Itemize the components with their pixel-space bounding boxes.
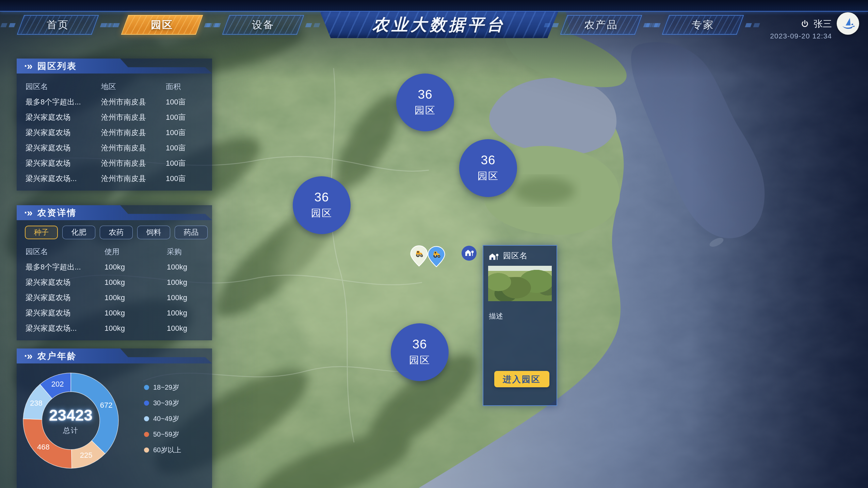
donut-value-label: 672 xyxy=(100,401,113,409)
legend-dot-icon xyxy=(144,416,149,421)
park-list-panel: 园区列表 园区名地区面积最多8个字超出...沧州市南皮县100亩梁兴家庭农场沧州… xyxy=(17,59,212,191)
marker-count: 36 xyxy=(314,190,329,205)
top-strip xyxy=(0,0,868,12)
table-cell: 采购 xyxy=(167,247,212,257)
table-cell: 100亩 xyxy=(166,174,212,184)
marker-label: 园区 xyxy=(311,207,332,220)
table-row[interactable]: 梁兴家庭农场沧州市南皮县100亩 xyxy=(17,110,212,125)
tab-种子[interactable]: 种子 xyxy=(25,226,58,239)
table-cell: 100kg xyxy=(167,278,212,287)
table-row[interactable]: 梁兴家庭农场...100kg100kg xyxy=(17,321,212,336)
table-cell: 100亩 xyxy=(166,97,212,107)
table-row[interactable]: 梁兴家庭农场沧州市南皮县100亩 xyxy=(17,125,212,140)
table-cell: 100kg xyxy=(105,293,167,302)
legend-label: 40~49岁 xyxy=(153,414,179,423)
age-legend: 18~29岁30~39岁40~49岁50~59岁60岁以上 xyxy=(144,384,181,454)
table-cell: 使用 xyxy=(105,247,167,257)
materials-panel: 农资详情 种子化肥农药饲料药品 园区名使用采购最多8个字超出...100kg10… xyxy=(17,205,212,340)
table-cell: 100亩 xyxy=(166,128,212,138)
table-cell: 100亩 xyxy=(166,112,212,123)
cluster-marker-0[interactable]: 36园区 xyxy=(396,74,454,131)
nav-label: 农产品 xyxy=(564,16,638,34)
marker-count: 36 xyxy=(418,87,432,102)
legend-item: 60岁以上 xyxy=(144,446,181,454)
table-header-row: 园区名使用采购 xyxy=(17,244,212,259)
table-cell: 沧州市南皮县 xyxy=(101,158,166,168)
tab-药品[interactable]: 药品 xyxy=(175,226,208,239)
table-cell: 梁兴家庭农场 xyxy=(26,158,101,168)
tab-农药[interactable]: 农药 xyxy=(100,226,133,239)
table-cell: 100kg xyxy=(105,278,167,287)
nav-item-devices[interactable]: 设备 xyxy=(222,15,304,35)
cluster-marker-2[interactable]: 36园区 xyxy=(293,176,351,234)
table-cell: 园区名 xyxy=(26,247,105,257)
user-area: 张三 xyxy=(800,18,832,30)
table-row[interactable]: 梁兴家庭农场100kg100kg xyxy=(17,275,212,290)
materials-header: 农资详情 xyxy=(17,205,212,220)
legend-item: 50~59岁 xyxy=(144,430,181,438)
donut-value-label: 468 xyxy=(37,443,50,451)
nav-label: 园区 xyxy=(125,16,199,34)
title-banner: 农业大数据平台 xyxy=(320,12,558,38)
table-cell: 沧州市南皮县 xyxy=(101,97,166,107)
table-header-row: 园区名地区面积 xyxy=(17,79,212,94)
farmstead-circle-pin[interactable] xyxy=(461,245,477,262)
table-cell: 梁兴家庭农场... xyxy=(26,323,105,334)
marker-count: 36 xyxy=(481,153,495,167)
table-cell: 100kg xyxy=(105,309,167,318)
cluster-marker-1[interactable]: 36园区 xyxy=(459,139,517,197)
tractor-pin-light[interactable] xyxy=(410,245,428,268)
cluster-marker-3[interactable]: 36园区 xyxy=(391,323,449,381)
table-cell: 梁兴家庭农场... xyxy=(26,174,101,184)
legend-label: 60岁以上 xyxy=(153,445,181,455)
table-cell: 梁兴家庭农场 xyxy=(26,277,105,288)
tractor-pin-blue[interactable] xyxy=(428,246,445,269)
table-row[interactable]: 梁兴家庭农场沧州市南皮县100亩 xyxy=(17,140,212,156)
nav-item-parks[interactable]: 园区 xyxy=(121,15,203,35)
table-cell: 100kg xyxy=(105,324,167,333)
donut-value-label: 202 xyxy=(51,380,64,388)
table-cell: 100kg xyxy=(167,309,212,318)
page-title: 农业大数据平台 xyxy=(320,12,558,38)
agriculture-dashboard: 农业大数据平台 首页 园区 设备 农产品 专家 张三 2023-09-20 12… xyxy=(0,0,868,488)
nav-label: 专家 xyxy=(666,16,740,34)
marker-label: 园区 xyxy=(478,169,499,183)
park-description: 描述 xyxy=(483,301,557,321)
materials-table: 园区名使用采购最多8个字超出...100kg100kg梁兴家庭农场100kg10… xyxy=(17,244,212,336)
table-cell: 面积 xyxy=(166,82,212,92)
park-table: 园区名地区面积最多8个字超出...沧州市南皮县100亩梁兴家庭农场沧州市南皮县1… xyxy=(17,79,212,186)
nav-label: 首页 xyxy=(21,16,95,34)
table-cell: 沧州市南皮县 xyxy=(101,112,166,123)
table-row[interactable]: 梁兴家庭农场沧州市南皮县100亩 xyxy=(17,156,212,171)
table-row[interactable]: 梁兴家庭农场...沧州市南皮县100亩 xyxy=(17,171,212,186)
legend-item: 30~39岁 xyxy=(144,399,181,407)
table-cell: 园区名 xyxy=(26,82,101,92)
table-cell: 100kg xyxy=(105,263,167,272)
table-cell: 沧州市南皮县 xyxy=(101,174,166,184)
table-row[interactable]: 最多8个字超出...沧州市南皮县100亩 xyxy=(17,94,212,110)
legend-label: 18~29岁 xyxy=(153,383,179,392)
table-row[interactable]: 最多8个字超出...100kg100kg xyxy=(17,259,212,275)
nav-item-experts[interactable]: 专家 xyxy=(662,15,744,35)
marker-count: 36 xyxy=(412,337,427,352)
power-icon[interactable] xyxy=(800,19,809,29)
table-cell: 100kg xyxy=(167,324,212,333)
marker-label: 园区 xyxy=(409,354,430,367)
nav-item-products[interactable]: 农产品 xyxy=(560,15,642,35)
table-row[interactable]: 梁兴家庭农场100kg100kg xyxy=(17,305,212,321)
park-list-header: 园区列表 xyxy=(17,59,212,74)
sailboat-logo xyxy=(837,12,859,35)
enter-park-button[interactable]: 进入园区 xyxy=(494,371,549,387)
donut-value-label: 225 xyxy=(80,451,93,459)
tab-化肥[interactable]: 化肥 xyxy=(62,226,95,239)
panel-title: 农资详情 xyxy=(37,207,77,219)
table-cell: 100亩 xyxy=(166,158,212,168)
table-cell: 梁兴家庭农场 xyxy=(26,112,101,123)
nav-item-home[interactable]: 首页 xyxy=(17,15,99,35)
popup-park-name: 园区名 xyxy=(503,250,528,261)
legend-item: 40~49岁 xyxy=(144,415,181,422)
farm-house-icon xyxy=(488,251,499,261)
tab-饲料[interactable]: 饲料 xyxy=(137,226,170,239)
panel-title: 农户年龄 xyxy=(37,350,77,362)
table-row[interactable]: 梁兴家庭农场100kg100kg xyxy=(17,290,212,305)
